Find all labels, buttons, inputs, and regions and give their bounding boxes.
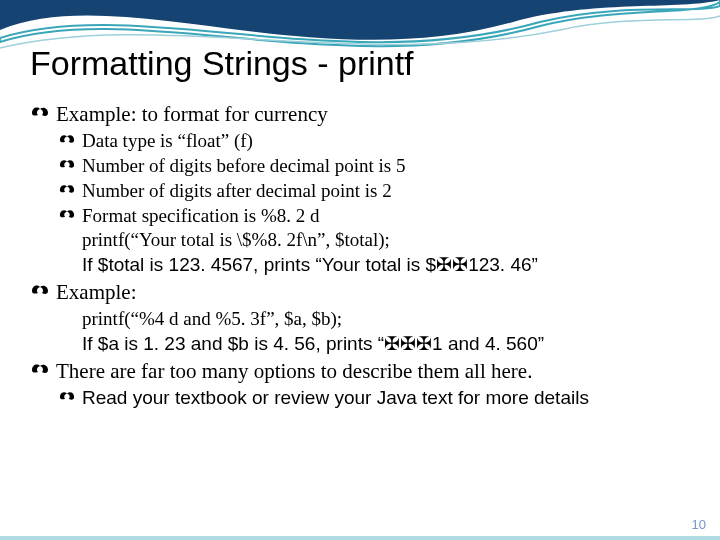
slide-body: Example: to format for currency Data typ… (30, 101, 690, 410)
text: There are far too many options to descri… (56, 359, 532, 383)
code-line: printf(“Your total is \$%8. 2f\n”, $tota… (30, 228, 690, 252)
text: If $a is 1. 23 and $b is 4. 56, prints “… (82, 333, 544, 354)
flourish-icon (30, 104, 50, 122)
flourish-icon (58, 132, 76, 148)
flourish-icon (58, 207, 76, 223)
text: Example: to format for currency (56, 102, 328, 126)
text: Number of digits after decimal point is … (82, 180, 392, 201)
list-item: Read your textbook or review your Java t… (30, 386, 690, 410)
list-item: There are far too many options to descri… (30, 358, 690, 384)
list-item: Number of digits after decimal point is … (30, 179, 690, 203)
flourish-icon (58, 157, 76, 173)
text: printf(“%4 d and %5. 3f”, $a, $b); (82, 308, 342, 329)
slide-content: Formatting Strings - printf Example: to … (0, 0, 720, 410)
list-item: Example: (30, 279, 690, 305)
text: Data type is “float” (f) (82, 130, 253, 151)
text: printf(“Your total is \$%8. 2f\n”, $tota… (82, 229, 390, 250)
flourish-icon (58, 389, 76, 405)
text: If $total is 123. 4567, prints “Your tot… (82, 254, 538, 275)
list-item: Number of digits before decimal point is… (30, 154, 690, 178)
text: Example: (56, 280, 136, 304)
code-line: printf(“%4 d and %5. 3f”, $a, $b); (30, 307, 690, 331)
flourish-icon (30, 361, 50, 379)
page-number: 10 (692, 517, 706, 532)
text: Read your textbook or review your Java t… (82, 387, 589, 408)
output-line: If $total is 123. 4567, prints “Your tot… (30, 253, 690, 277)
output-line: If $a is 1. 23 and $b is 4. 56, prints “… (30, 332, 690, 356)
list-item: Format specification is %8. 2 d (30, 204, 690, 228)
svg-rect-0 (0, 536, 720, 540)
flourish-icon (30, 282, 50, 300)
text: Number of digits before decimal point is… (82, 155, 405, 176)
slide-title: Formatting Strings - printf (30, 44, 690, 83)
list-item: Example: to format for currency (30, 101, 690, 127)
flourish-icon (58, 182, 76, 198)
list-item: Data type is “float” (f) (30, 129, 690, 153)
text: Format specification is %8. 2 d (82, 205, 319, 226)
